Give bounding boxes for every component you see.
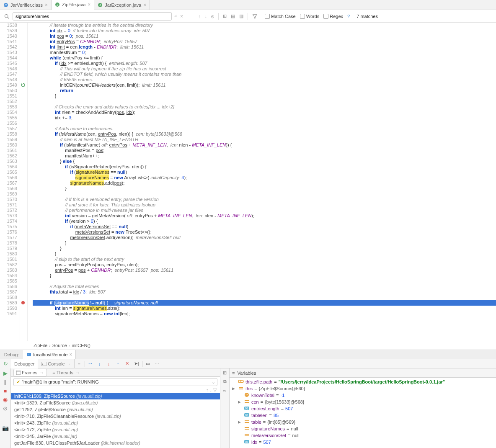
close-tab-icon[interactable]: ×: [88, 2, 90, 8]
breadcrumb[interactable]: ZipFile›Source›initCEN(): [0, 341, 496, 350]
stack-frame[interactable]: <init>:1329, ZipFile$Source (java.util.z…: [11, 399, 220, 406]
resume-icon[interactable]: ▶: [3, 370, 8, 376]
more-icon[interactable]: ⋯: [152, 359, 162, 368]
variable-row[interactable]: ▶cen = {byte[15633]@568}: [230, 399, 496, 405]
code-line[interactable]: metaVersionsSet.add(version); metaVersio…: [33, 235, 496, 240]
step-out-icon[interactable]: ↑: [114, 359, 123, 368]
editor-tab[interactable]: CJarVerifier.class×: [0, 0, 52, 10]
code-line[interactable]: [33, 121, 496, 126]
filter-frames-icon[interactable]: ▽: [213, 387, 217, 392]
breakpoint-gutter[interactable]: [20, 23, 28, 341]
code-line[interactable]: [33, 191, 496, 197]
run-to-cursor-icon[interactable]: ➤|: [132, 359, 141, 368]
code-line[interactable]: }: [33, 251, 496, 257]
code-line[interactable]: }: [33, 240, 496, 246]
editor-tab[interactable]: JJarException.java×: [94, 0, 150, 10]
code-line[interactable]: idx += 3;: [33, 115, 496, 121]
fold-gutter[interactable]: [28, 23, 33, 341]
code-line[interactable]: while (entryPos <= limit) {: [33, 55, 496, 61]
next-frame-icon[interactable]: ↓: [209, 387, 212, 392]
code-line[interactable]: int pos = 0; pos: 15611: [33, 33, 496, 39]
code-line[interactable]: [33, 99, 496, 104]
variable-row[interactable]: PknownTotal = -1: [230, 392, 496, 399]
code-line[interactable]: int limit = cen.length - ENDHDR; limit: …: [33, 44, 496, 50]
threads-tab[interactable]: ≡Threads→: [49, 369, 83, 376]
code-line[interactable]: [33, 295, 496, 300]
search-input[interactable]: [13, 12, 172, 21]
code-line[interactable]: int entryPos = CENHDR; entryPos: 15657: [33, 39, 496, 44]
stack-frame[interactable]: initCEN:1589, ZipFile$Source (java.util.…: [11, 393, 220, 399]
code-line[interactable]: if (metaVersionsSet == null): [33, 224, 496, 229]
add-selection-icon[interactable]: ⊞: [223, 13, 227, 19]
code-line[interactable]: int idx = 0; // Index into the entries a…: [33, 28, 496, 33]
next-match-icon[interactable]: ↓: [205, 14, 207, 19]
debugger-subtab[interactable]: Debugger: [11, 359, 38, 368]
code-line[interactable]: // nlen is at least META_INF_LENGTH: [33, 137, 496, 142]
variable-row[interactable]: 01tablelen = 85: [230, 412, 496, 419]
stack-frame[interactable]: <init>:243, ZipFile (java.util.zip): [11, 420, 220, 426]
code-line[interactable]: // skip to the start of the next entry: [33, 257, 496, 262]
code-line[interactable]: // If this is a versioned entry, parse t…: [33, 197, 496, 202]
code-line[interactable]: pos = nextEntryPos(pos, entryPos, nlen);: [33, 262, 496, 268]
link-icon[interactable]: ∞: [223, 388, 227, 393]
close-tab-icon[interactable]: ×: [45, 2, 48, 8]
run-config-tab[interactable]: localhostRemote ×: [23, 350, 76, 359]
rerun-icon[interactable]: ↻: [3, 360, 8, 367]
code-line[interactable]: manifestNum++;: [33, 153, 496, 159]
variable-row[interactable]: this.zfile.path = "/Users/jerry/IdeaProj…: [230, 378, 496, 385]
code-line[interactable]: [33, 278, 496, 284]
search-option[interactable]: Regex: [323, 14, 343, 19]
code-line[interactable]: if (idx >= entriesLength) { entriesLengt…: [33, 61, 496, 66]
code-editor[interactable]: 1538153915401541154215431544154515461547…: [0, 23, 496, 341]
code-line[interactable]: } else {: [33, 159, 496, 164]
funnel-icon[interactable]: [252, 14, 257, 19]
code-line[interactable]: if (signatureNames != null) { signatureN…: [33, 300, 496, 306]
variable-row[interactable]: 01entriesLength = 507: [230, 405, 496, 412]
code-line[interactable]: // Iterate through the entries in the ce…: [33, 23, 496, 28]
code-line[interactable]: int nlen = checkAndAddEntry(pos, idx);: [33, 110, 496, 115]
code-line[interactable]: // This will only happen if the zip file…: [33, 66, 496, 72]
stack-frame[interactable]: <init>:172, ZipFile (java.util.zip): [11, 426, 220, 433]
code-line[interactable]: metaVersionsSet = new TreeSet<>();: [33, 229, 496, 235]
code-line[interactable]: if (isMetaName(cen, entryPos, nlen)) { c…: [33, 131, 496, 137]
code-line[interactable]: if (isManifestName( off: entryPos + META…: [33, 142, 496, 148]
view-breakpoints-icon[interactable]: ◉: [3, 397, 8, 403]
settings-icon[interactable]: ≡: [75, 359, 84, 368]
code-line[interactable]: this.total = idx / 3; idx: 507: [33, 289, 496, 295]
variable-row[interactable]: metaVersionsSet = null: [230, 432, 496, 439]
stop-icon[interactable]: ■: [4, 388, 7, 394]
code-line[interactable]: }: [33, 93, 496, 99]
code-line[interactable]: if (isSignatureRelated(entryPos, nlen)) …: [33, 164, 496, 170]
stack-frame[interactable]: <init>:345, JarFile (java.util.jar): [11, 433, 220, 440]
code-line[interactable]: // performance in multi-release jar file…: [33, 208, 496, 213]
code-line[interactable]: manifestNum = 0;: [33, 50, 496, 55]
stack-frame[interactable]: <init>:710, ZipFile$CleanableResource (j…: [11, 413, 220, 420]
close-search-icon[interactable]: ×: [180, 13, 183, 19]
search-option[interactable]: Match Case: [265, 14, 296, 19]
camera-icon[interactable]: 📷: [2, 425, 9, 431]
code-line[interactable]: initCEN(countCENHeaders(cen, limit)); li…: [33, 82, 496, 88]
code-line[interactable]: // and store it for later. This optimize…: [33, 202, 496, 208]
evaluate-icon[interactable]: ▭: [143, 359, 152, 368]
code-line[interactable]: // 65535 entries.: [33, 77, 496, 82]
step-over-icon[interactable]: ⤻: [86, 359, 95, 368]
code-line[interactable]: }: [33, 246, 496, 251]
code-line[interactable]: // Adjust the total entries: [33, 284, 496, 289]
variables-list[interactable]: this.zfile.path = "/Users/jerry/IdeaProj…: [230, 378, 496, 448]
step-into-icon[interactable]: ↓: [95, 359, 104, 368]
console-subtab[interactable]: Console →: [38, 359, 74, 368]
code-line[interactable]: }: [33, 273, 496, 278]
code-area[interactable]: // Iterate through the entries in the ce…: [33, 23, 496, 341]
code-line[interactable]: // Checks the entry and adds values to e…: [33, 104, 496, 110]
prev-frame-icon[interactable]: ↑: [206, 387, 209, 392]
code-line[interactable]: if (signatureNames == null): [33, 170, 496, 175]
thread-selector[interactable]: ✔"main"@1 in group "main": RUNNING ⌵: [13, 378, 217, 386]
code-line[interactable]: return;: [33, 88, 496, 93]
variable-row[interactable]: ▶table = {int[85]@569}: [230, 419, 496, 425]
editor-tab[interactable]: JZipFile.java×: [52, 0, 94, 10]
filter2-icon[interactable]: ▥: [239, 13, 243, 19]
variable-row[interactable]: 01idx = 507: [230, 439, 496, 445]
help-icon[interactable]: ?: [347, 14, 350, 19]
drop-frame-icon[interactable]: ✕: [123, 359, 132, 368]
code-line[interactable]: // ENDTOT field, which usually means it …: [33, 72, 496, 77]
